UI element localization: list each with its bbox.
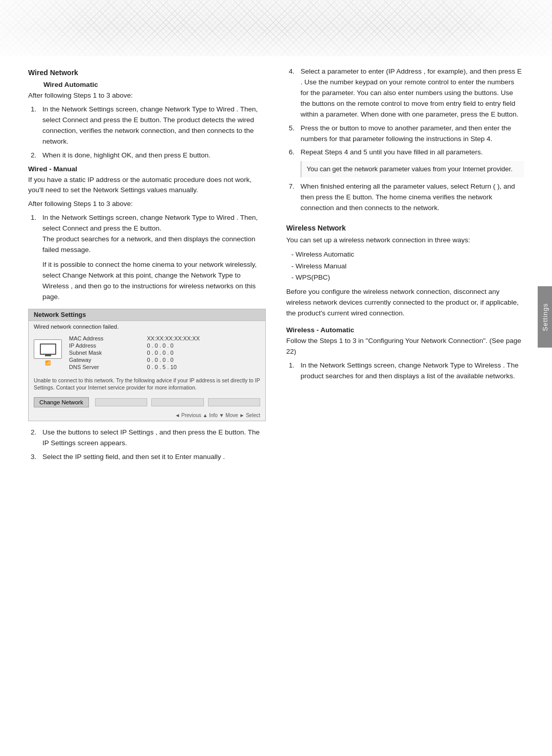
network-info-table: MAC Address XX:XX:XX:XX:XX:XX IP Address… <box>67 335 260 371</box>
wireless-network-title: Wireless Network <box>286 224 524 232</box>
left-column: Wired Network Wired Automatic After foll… <box>28 66 266 467</box>
step-5: Press the or button to move to another p… <box>296 123 524 145</box>
wired-manual-step-1: In the Network Settings screen, change N… <box>38 213 266 302</box>
settings-side-tab: Settings <box>538 286 552 348</box>
network-error-text: Unable to connect to this network. Try t… <box>29 375 265 395</box>
network-nav-hints: ◄ Previous ▲ Info ▼ Move ► Select <box>29 411 265 421</box>
wireless-options-list: Wireless Automatic Wireless Manual WPS(P… <box>286 249 524 284</box>
wired-network-title: Wired Network <box>28 68 266 77</box>
step-6: Repeat Steps 4 and 5 until you have fill… <box>296 147 524 177</box>
wireless-auto-step-1: In the Network Settings screen, change N… <box>296 360 524 382</box>
side-tab-label: Settings <box>541 303 549 331</box>
wireless-automatic-steps: In the Network Settings screen, change N… <box>286 360 524 382</box>
wired-manual-steps-cont: Use the buttons to select IP Settings , … <box>28 427 266 463</box>
wired-automatic-subtitle: Wired Automatic <box>43 81 266 88</box>
right-col-steps-4-7: Select a parameter to enter (IP Address … <box>286 66 524 214</box>
network-settings-box: Network Settings Wired network connectio… <box>28 309 266 421</box>
change-network-button[interactable]: Change Network <box>34 397 89 407</box>
wired-auto-step-1: In the Network Settings screen, change N… <box>38 104 266 147</box>
wireless-before-text: Before you configure the wireless networ… <box>286 287 524 319</box>
right-column: Select a parameter to enter (IP Address … <box>286 66 524 467</box>
wired-manual-step-3: Select the IP setting field, and then se… <box>38 452 266 463</box>
wired-auto-step-2: When it is done, highlight OK, and then … <box>38 150 266 161</box>
main-content: Wired Network Wired Automatic After foll… <box>0 66 552 467</box>
network-status-text: Wired network connection failed. <box>29 321 265 331</box>
wired-manual-p2: After following Steps 1 to 3 above: <box>28 199 266 210</box>
header-pattern <box>0 0 552 56</box>
wired-automatic-intro: After following Steps 1 to 3 above: <box>28 90 266 101</box>
wireless-option-3: WPS(PBC) <box>291 272 524 284</box>
wireless-automatic-subtitle: Wireless - Automatic <box>286 326 524 334</box>
wireless-option-2: Wireless Manual <box>291 261 524 272</box>
wired-manual-step-2: Use the buttons to select IP Settings , … <box>38 427 266 449</box>
wired-manual-step-1-sub: If it is possible to connect the home ci… <box>42 260 266 303</box>
wired-manual-steps: In the Network Settings screen, change N… <box>28 213 266 302</box>
step-4: Select a parameter to enter (IP Address … <box>296 66 524 120</box>
note-block: You can get the network parameter values… <box>301 161 524 177</box>
network-box-footer: Change Network <box>29 395 265 411</box>
wireless-option-1: Wireless Automatic <box>291 249 524 261</box>
network-box-title: Network Settings <box>29 309 265 321</box>
wireless-automatic-intro: Follow the Steps 1 to 3 in "Configuring … <box>286 336 524 357</box>
wireless-network-intro: You can set up a wireless network connec… <box>286 235 524 246</box>
wired-manual-p1: If you have a static IP address or the a… <box>28 175 266 196</box>
wired-manual-subtitle: Wired - Manual <box>28 165 266 173</box>
network-box-body: 📶 MAC Address XX:XX:XX:XX:XX:XX IP Addre… <box>29 331 265 375</box>
step-7: When finished entering all the parameter… <box>296 181 524 214</box>
wired-automatic-steps: In the Network Settings screen, change N… <box>28 104 266 161</box>
